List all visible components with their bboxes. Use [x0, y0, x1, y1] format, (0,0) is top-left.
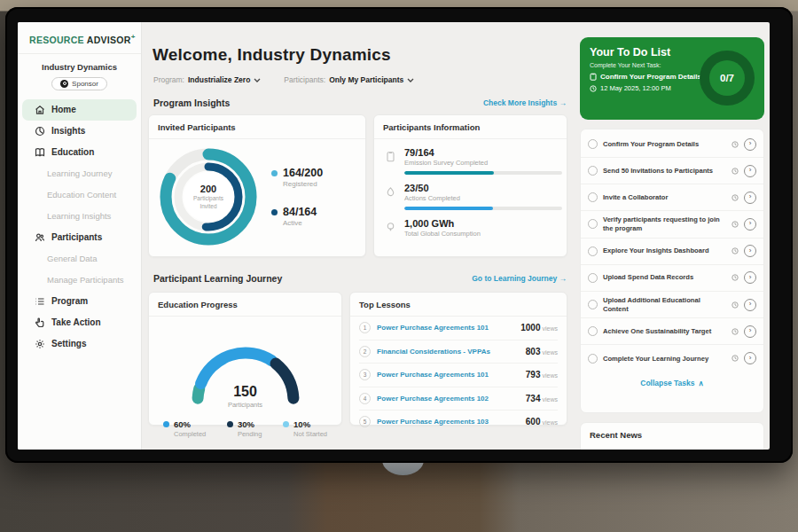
sidebar-item-education-content[interactable]: Education Content [22, 184, 137, 206]
task-checkbox[interactable] [588, 246, 598, 256]
task-row[interactable]: Upload Spend Data Records › [581, 265, 763, 292]
sponsor-icon [60, 80, 68, 88]
task-checkbox[interactable] [588, 273, 598, 283]
task-row[interactable]: Explore Your Insights Dashboard › [581, 239, 763, 265]
legend-item-not-started: 10% Not Started [283, 419, 327, 438]
lesson-link[interactable]: Power Purchase Agreements 103 [377, 418, 520, 426]
legend-dot [271, 170, 278, 176]
page-title: Welcome, Industry Dynamics [153, 45, 391, 65]
sidebar: RESOURCE ADVISOR+ Industry Dynamics Spon… [18, 22, 142, 450]
sponsor-badge[interactable]: Sponsor [51, 77, 107, 90]
task-checkbox[interactable] [588, 139, 598, 149]
lesson-rank: 4 [359, 393, 371, 404]
task-row[interactable]: Invite a Collaborator › [581, 184, 763, 211]
lesson-row: 1 Power Purchase Agreements 101 1000view… [359, 317, 558, 340]
sidebar-item-label: Learning Insights [47, 211, 111, 221]
survey-icon [385, 147, 397, 175]
task-open-button[interactable]: › [744, 325, 756, 338]
education-progress-chart: 150 Participants [179, 327, 312, 409]
sidebar-item-manage-participants[interactable]: Manage Participants [22, 270, 137, 291]
gauge-center-label: Participants [179, 401, 312, 409]
task-checkbox[interactable] [588, 300, 598, 309]
stat-label: Actions Completed [404, 194, 562, 202]
lesson-link[interactable]: Power Purchase Agreements 102 [377, 395, 520, 403]
task-row[interactable]: Verify participants requesting to join t… [581, 211, 763, 239]
task-checkbox[interactable] [588, 166, 598, 176]
task-checkbox[interactable] [588, 354, 598, 364]
sidebar-item-label: General Data [47, 254, 98, 263]
clock-icon [732, 328, 739, 335]
lesson-row: 5 Power Purchase Agreements 103 600views [359, 411, 558, 434]
task-open-button[interactable]: › [744, 299, 756, 311]
task-row[interactable]: Upload Additional Educational Content › [581, 292, 763, 319]
task-open-button[interactable]: › [744, 271, 756, 284]
sidebar-item-learning-journey[interactable]: Learning Journey [22, 163, 137, 184]
task-open-button[interactable]: › [744, 138, 756, 151]
logo-text-resource: RESOURCE [29, 35, 84, 45]
task-row[interactable]: Confirm Your Program Details › [581, 131, 763, 158]
legend-value: 60% [174, 419, 191, 429]
sidebar-item-label: Settings [51, 339, 86, 348]
photo-background: RESOURCE ADVISOR+ Industry Dynamics Spon… [0, 0, 798, 532]
sponsor-label: Sponsor [72, 80, 98, 88]
lesson-link[interactable]: Power Purchase Agreements 101 [377, 324, 514, 332]
education-progress-card: Education Progress 150 Participants 60% … [148, 292, 342, 426]
sidebar-item-general-data[interactable]: General Data [22, 248, 137, 270]
sidebar-item-program[interactable]: Program [22, 291, 137, 312]
sidebar-item-learning-insights[interactable]: Learning Insights [22, 206, 137, 227]
arrow-right-icon: → [559, 274, 567, 283]
legend-value: 10% [293, 419, 310, 429]
sidebar-item-take-action[interactable]: Take Action [22, 312, 137, 333]
gauge-legend: 60% Completed 30% Pending 10% Not Starte… [149, 419, 341, 438]
donut-center-label: Participants Invited [184, 195, 232, 210]
program-filter-value: Industrialize Zero [188, 75, 250, 84]
program-filter[interactable]: Program: Industrialize Zero [153, 75, 261, 84]
lesson-link[interactable]: Power Purchase Agreements 101 [377, 371, 520, 379]
task-checkbox[interactable] [588, 326, 598, 336]
stat-global-consumption: 1,000 GWh Total Global Consumption [374, 210, 567, 238]
task-row[interactable]: Complete Your Learning Journey › [581, 345, 763, 372]
learning-journey-header: Participant Learning Journey Go to Learn… [153, 273, 567, 284]
list-icon [35, 296, 45, 307]
participants-information-card: Participants Information 79/164 Emission… [373, 114, 567, 257]
top-lessons-card: Top Lessons 1 Power Purchase Agreements … [349, 292, 567, 426]
sidebar-item-label: Education Content [47, 190, 116, 200]
task-open-button[interactable]: › [744, 352, 756, 364]
legend-item-pending: 30% Pending [227, 419, 262, 438]
legend-label: Active [283, 219, 323, 227]
bulb-icon [385, 218, 397, 238]
participants-filter[interactable]: Participants: Only My Participants [284, 75, 414, 84]
sidebar-item-label: Program [51, 296, 88, 306]
sidebar-item-insights[interactable]: Insights [22, 121, 137, 142]
task-open-button[interactable]: › [744, 192, 756, 204]
task-label: Explore Your Insights Dashboard [603, 246, 726, 255]
task-open-button[interactable]: › [744, 218, 756, 231]
go-to-learning-journey-link[interactable]: Go to Learning Journey → [472, 274, 567, 283]
task-row[interactable]: Send 50 Invitations to Participants › [581, 158, 763, 184]
check-more-insights-link[interactable]: Check More Insights → [483, 98, 567, 107]
sidebar-item-settings[interactable]: Settings [22, 333, 137, 355]
stat-value: 79/164 [404, 147, 562, 158]
lesson-views: 600views [526, 417, 558, 426]
sidebar-item-participants[interactable]: Participants [22, 227, 137, 248]
participants-filter-value: Only My Participants [329, 75, 403, 84]
stat-actions-completed: 23/50 Actions Completed [374, 175, 567, 210]
todo-task-list: Confirm Your Program Details › Send 50 I… [580, 129, 764, 413]
logo-plus: + [131, 33, 136, 41]
legend-value: 84/164 [283, 206, 317, 218]
collapse-tasks-link[interactable]: Collapse Tasks ∧ [581, 372, 763, 394]
lesson-link[interactable]: Financial Considerations - VPPAs [377, 348, 520, 356]
org-name: Industry Dynamics [18, 62, 141, 72]
sidebar-item-education[interactable]: Education [22, 142, 137, 163]
task-checkbox[interactable] [588, 219, 598, 229]
sidebar-item-home[interactable]: Home [22, 99, 137, 121]
task-row[interactable]: Achieve One Sustainability Target › [581, 318, 763, 345]
book-icon [35, 147, 45, 158]
task-open-button[interactable]: › [744, 165, 756, 177]
task-open-button[interactable]: › [744, 245, 756, 257]
lesson-views: 734views [526, 394, 558, 403]
task-checkbox[interactable] [588, 192, 598, 202]
donut-center: 200 Participants Invited [154, 143, 262, 251]
clock-icon [732, 141, 739, 148]
participants-icon [35, 232, 45, 243]
